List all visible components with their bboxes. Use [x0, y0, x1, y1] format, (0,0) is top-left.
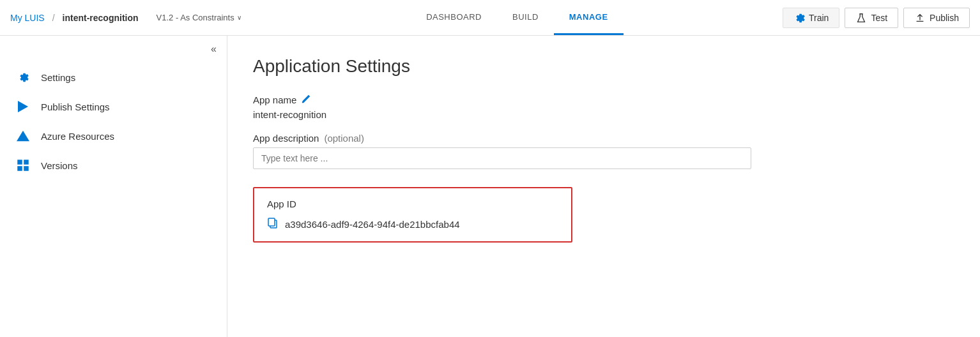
top-nav: My LUIS / intent-recognition V1.2 - As C…: [0, 0, 980, 36]
app-id-value: a39d3646-adf9-4264-94f4-de21bbcfab44: [285, 219, 460, 230]
sidebar-item-settings[interactable]: Settings: [0, 63, 227, 92]
app-name-breadcrumb: intent-recognition: [63, 13, 139, 23]
app-description-section: App description (optional): [253, 133, 954, 169]
test-icon: [855, 12, 867, 24]
sidebar-azure-label: Azure Resources: [41, 131, 114, 142]
gear-icon: [15, 71, 31, 83]
sidebar-collapse-button[interactable]: «: [211, 43, 217, 55]
nav-tabs: DASHBOARD BUILD MANAGE: [262, 0, 772, 35]
publish-icon: [914, 12, 926, 24]
app-description-optional: (optional): [324, 133, 364, 144]
page-title: Application Settings: [253, 56, 954, 77]
sidebar-item-publish-settings[interactable]: Publish Settings: [0, 92, 227, 121]
version-chevron: ∨: [237, 14, 241, 21]
nav-brand: My LUIS / intent-recognition V1.2 - As C…: [10, 13, 241, 23]
versions-icon: [15, 160, 31, 171]
sidebar-item-azure-resources[interactable]: Azure Resources: [0, 121, 227, 151]
version-label: V1.2 - As Constraints: [157, 13, 234, 22]
main-layout: « Settings Publish Settings: [0, 36, 980, 337]
play-icon: [15, 101, 31, 112]
svg-marker-0: [18, 101, 28, 112]
app-name-label-row: App name: [253, 94, 954, 105]
sidebar-nav: Settings Publish Settings Azure Re: [0, 63, 227, 180]
publish-button[interactable]: Publish: [903, 8, 970, 28]
nav-actions: Train Test Publish: [783, 8, 970, 28]
svg-rect-7: [268, 218, 275, 226]
sidebar-versions-label: Versions: [41, 160, 78, 171]
sidebar-publish-settings-label: Publish Settings: [41, 101, 110, 112]
azure-icon: [15, 130, 31, 142]
app-id-value-row: a39d3646-adf9-4264-94f4-de21bbcfab44: [267, 217, 558, 231]
app-name-section: App name intent-recognition: [253, 94, 954, 120]
version-selector[interactable]: V1.2 - As Constraints ∨: [157, 13, 241, 22]
svg-rect-3: [24, 160, 28, 164]
sidebar-settings-label: Settings: [41, 72, 75, 83]
svg-rect-5: [24, 167, 28, 170]
svg-rect-4: [18, 167, 22, 170]
publish-label: Publish: [930, 13, 959, 23]
svg-marker-1: [17, 131, 29, 141]
app-description-label: App description: [253, 133, 319, 144]
tab-dashboard[interactable]: DASHBOARD: [411, 0, 497, 35]
sidebar: « Settings Publish Settings: [0, 36, 227, 337]
svg-rect-2: [18, 160, 22, 164]
train-gear-icon: [793, 12, 805, 24]
app-description-input[interactable]: [253, 147, 751, 169]
tab-build[interactable]: BUILD: [497, 0, 554, 35]
app-name-value: intent-recognition: [253, 109, 954, 120]
edit-app-name-icon[interactable]: [302, 94, 310, 105]
copy-app-id-icon[interactable]: [267, 217, 279, 231]
tab-manage[interactable]: MANAGE: [554, 0, 624, 35]
train-label: Train: [809, 13, 829, 23]
app-id-label: App ID: [267, 198, 558, 209]
test-button[interactable]: Test: [845, 8, 898, 28]
my-luis-link[interactable]: My LUIS: [10, 13, 45, 23]
breadcrumb-sep: /: [52, 13, 55, 23]
app-description-label-row: App description (optional): [253, 133, 954, 144]
content-area: Application Settings App name intent-rec…: [227, 36, 980, 337]
test-label: Test: [871, 13, 887, 23]
sidebar-item-versions[interactable]: Versions: [0, 151, 227, 180]
app-name-label: App name: [253, 94, 296, 105]
train-button[interactable]: Train: [783, 8, 839, 28]
sidebar-header: «: [0, 36, 227, 63]
app-id-section: App ID a39d3646-adf9-4264-94f4-de21bbcfa…: [253, 187, 572, 243]
